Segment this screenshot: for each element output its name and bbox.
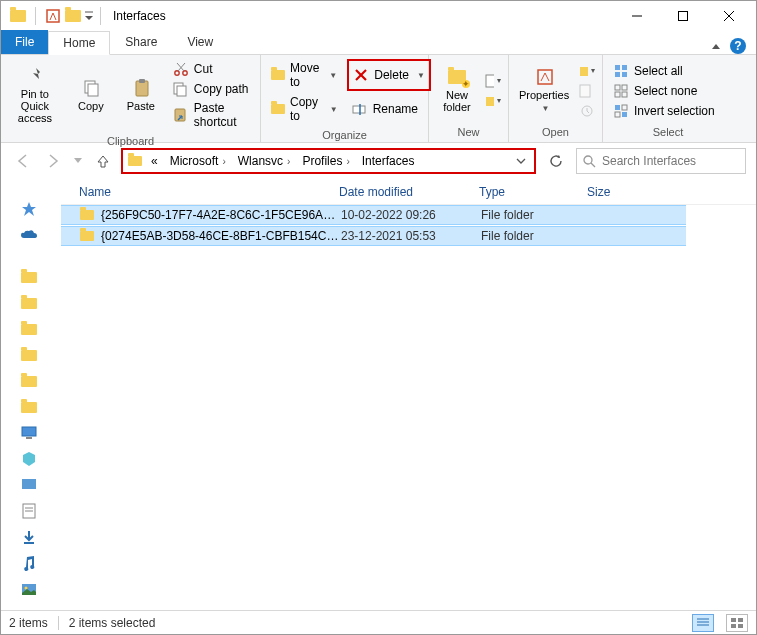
group-label: Clipboard [1,135,260,149]
breadcrumb-overflow[interactable]: « [147,154,162,168]
thumbnails-view-button[interactable] [726,614,748,632]
qat-dropdown-icon[interactable] [84,7,94,25]
select-all-button[interactable]: Select all [609,61,719,81]
copy-to-button[interactable]: Copy to▼ [267,93,342,125]
cell-date: 10-02-2022 09:26 [341,208,481,222]
search-placeholder: Search Interfaces [602,154,696,168]
tab-file[interactable]: File [1,30,48,54]
up-button[interactable] [91,149,115,173]
svg-rect-30 [622,72,627,77]
breadcrumb-item[interactable]: Profiles› [298,154,353,168]
new-item-icon[interactable]: ▾ [485,73,501,89]
separator [100,7,101,25]
easy-access-icon[interactable]: ▾ [485,93,501,109]
edit-icon[interactable] [579,83,595,99]
sidebar-folder-icon[interactable] [19,293,39,313]
tab-share[interactable]: Share [110,30,172,54]
list-item[interactable]: {0274E5AB-3D58-46CE-8BF1-CBFB154CE... 23… [61,226,686,246]
documents-icon[interactable] [19,501,39,521]
history-icon[interactable] [579,103,595,119]
properties-icon [535,68,553,86]
select-none-button[interactable]: Select none [609,81,719,101]
rename-button[interactable]: Rename [348,93,422,125]
downloads-icon[interactable] [19,527,39,547]
sidebar-folder-icon[interactable] [19,371,39,391]
chevron-right-icon: › [287,156,290,167]
maximize-button[interactable] [660,1,706,31]
copy-path-button[interactable]: Copy path [169,79,254,99]
svg-rect-42 [26,437,32,439]
forward-button[interactable] [41,149,65,173]
svg-rect-16 [175,109,185,121]
svg-rect-21 [486,75,494,87]
col-name[interactable]: Name [79,185,339,199]
group-select: Select all Select none Invert selection … [603,55,733,142]
copy-icon [82,79,100,97]
paste-shortcut-button[interactable]: Paste shortcut [169,99,254,131]
svg-rect-33 [615,92,620,97]
cell-name: {0274E5AB-3D58-46CE-8BF1-CBFB154CE... [101,229,341,243]
col-size[interactable]: Size [587,185,667,199]
minimize-button[interactable] [614,1,660,31]
breadcrumb-item[interactable]: Interfaces [358,154,419,168]
svg-rect-15 [177,86,186,96]
col-type[interactable]: Type [479,185,587,199]
column-headers[interactable]: Name Date modified Type Size [61,179,756,205]
paste-button[interactable]: Paste [119,77,163,114]
status-items: 2 items [9,616,48,630]
copy-button[interactable]: Copy [69,77,113,114]
status-bar: 2 items 2 items selected [1,610,756,634]
quick-access-icon[interactable] [19,199,39,219]
pin-to-quick-access-button[interactable]: Pin to Quick access [7,65,63,126]
folder-qat-icon[interactable] [64,7,82,25]
back-button[interactable] [11,149,35,173]
address-bar[interactable]: « Microsoft› Wlansvc› Profiles› Interfac… [121,148,536,174]
move-to-button[interactable]: Move to▼ [267,59,341,91]
delete-icon [353,67,369,83]
address-dropdown-icon[interactable] [512,156,530,166]
folder-icon [9,7,27,25]
tab-home[interactable]: Home [48,31,110,55]
svg-rect-24 [580,67,588,76]
cut-button[interactable]: Cut [169,59,254,79]
list-item[interactable]: {256F9C50-17F7-4A2E-8C6C-1F5CE96A53... 1… [61,205,686,225]
sidebar-folder-icon[interactable] [19,267,39,287]
col-date[interactable]: Date modified [339,185,479,199]
tab-view[interactable]: View [172,30,228,54]
invert-selection-button[interactable]: Invert selection [609,101,719,121]
dropdown-icon: ▼ [542,104,550,113]
nav-pane[interactable] [1,179,61,610]
3d-objects-icon[interactable] [19,449,39,469]
delete-button[interactable]: Delete▼ [347,59,431,91]
breadcrumb-item[interactable]: Wlansvc› [234,154,295,168]
properties-qat-icon[interactable] [44,7,62,25]
collapse-ribbon-icon[interactable] [712,44,720,49]
sidebar-folder-icon[interactable] [19,397,39,417]
music-icon[interactable] [19,553,39,573]
svg-rect-9 [139,79,145,83]
search-box[interactable]: Search Interfaces [576,148,746,174]
breadcrumb-item[interactable]: Microsoft› [166,154,230,168]
sidebar-folder-icon[interactable] [19,319,39,339]
desktop-icon[interactable] [19,475,39,495]
details-view-button[interactable] [692,614,714,632]
new-folder-button[interactable]: ✦ New folder [435,66,479,115]
group-label: New [429,126,508,142]
help-icon[interactable]: ? [730,38,746,54]
cut-icon [173,61,189,77]
copy-path-icon [173,81,189,97]
select-all-icon [613,63,629,79]
this-pc-icon[interactable] [19,423,39,443]
svg-rect-27 [615,65,620,70]
pictures-icon[interactable] [19,579,39,599]
recent-dropdown[interactable] [71,149,85,173]
delete-label: Delete [374,68,409,82]
refresh-button[interactable] [542,148,570,174]
close-button[interactable] [706,1,752,31]
onedrive-icon[interactable] [19,225,39,245]
status-selected: 2 items selected [69,616,156,630]
svg-rect-41 [22,427,36,436]
sidebar-folder-icon[interactable] [19,345,39,365]
properties-button[interactable]: Properties ▼ [515,66,573,115]
open-icon[interactable]: ▾ [579,63,595,79]
